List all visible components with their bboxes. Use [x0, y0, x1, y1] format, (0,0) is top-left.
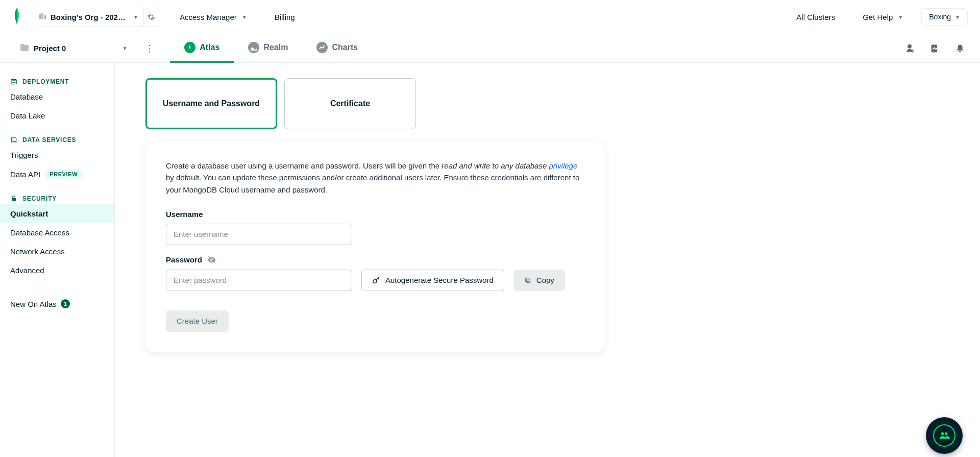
- sidebar-item-network-access[interactable]: Network Access: [0, 242, 114, 261]
- autogenerate-password-button[interactable]: Autogenerate Secure Password: [361, 270, 504, 291]
- sidebar-item-data-api[interactable]: Data API PREVIEW: [0, 164, 114, 184]
- sidebar-item-triggers[interactable]: Triggers: [0, 146, 114, 164]
- copy-icon: [524, 277, 531, 284]
- support-fab[interactable]: [926, 417, 963, 454]
- privilege-link[interactable]: privilege: [549, 161, 577, 170]
- caret-down-icon: ▼: [242, 14, 247, 20]
- org-name: Boxing's Org - 2022-…: [51, 13, 129, 21]
- project-selector[interactable]: Project 0 ▼: [20, 44, 136, 53]
- get-help-menu[interactable]: Get Help ▼: [853, 7, 912, 27]
- tab-atlas[interactable]: Atlas: [170, 34, 234, 63]
- tab-realm[interactable]: Realm: [234, 34, 302, 63]
- svg-rect-0: [39, 14, 41, 19]
- all-clusters-link[interactable]: All Clusters: [787, 7, 844, 27]
- atlas-icon: [184, 42, 195, 53]
- sidebar-item-advanced[interactable]: Advanced: [0, 261, 114, 280]
- project-actions-menu[interactable]: ⋮: [142, 43, 157, 54]
- panel-description: Create a database user using a username …: [166, 160, 584, 196]
- password-label: Password: [166, 255, 584, 264]
- org-settings-button[interactable]: [141, 7, 161, 27]
- user-menu[interactable]: Boxing ▼: [921, 8, 968, 26]
- svg-rect-5: [11, 138, 16, 141]
- support-icon: [933, 424, 955, 447]
- lock-icon: [10, 195, 17, 202]
- svg-rect-1: [41, 13, 43, 19]
- folder-icon: [20, 44, 29, 53]
- caret-down-icon: ▼: [898, 14, 903, 20]
- key-icon: [372, 276, 380, 284]
- svg-point-4: [11, 79, 17, 81]
- billing-link[interactable]: Billing: [265, 7, 304, 27]
- deployment-icon: [10, 78, 17, 85]
- invite-user-icon[interactable]: [904, 43, 915, 54]
- sidebar-section-security: SECURITY: [0, 195, 114, 202]
- access-manager-menu[interactable]: Access Manager ▼: [170, 7, 256, 27]
- mongodb-leaf-logo[interactable]: [12, 7, 33, 27]
- sidebar-item-database-access[interactable]: Database Access: [0, 223, 114, 242]
- sidebar-item-quickstart[interactable]: Quickstart: [0, 204, 114, 223]
- sidebar-section-deployment: DEPLOYMENT: [0, 78, 114, 85]
- org-selector[interactable]: Boxing's Org - 2022-… ▼: [33, 7, 144, 27]
- svg-rect-10: [525, 278, 529, 281]
- svg-rect-6: [12, 198, 16, 201]
- eye-off-icon[interactable]: [207, 255, 216, 264]
- create-user-panel: Create a database user using a username …: [145, 141, 605, 352]
- tab-charts[interactable]: Charts: [302, 34, 372, 63]
- svg-rect-9: [526, 279, 530, 282]
- password-input[interactable]: [166, 270, 352, 291]
- copy-password-button[interactable]: Copy: [513, 270, 565, 291]
- svg-rect-2: [44, 15, 46, 19]
- activity-feed-icon[interactable]: [930, 43, 940, 54]
- realm-icon: [248, 42, 259, 53]
- sidebar-item-data-lake[interactable]: Data Lake: [0, 106, 114, 125]
- sidebar-item-database[interactable]: Database: [0, 87, 114, 106]
- bell-icon[interactable]: [955, 43, 965, 54]
- svg-point-8: [373, 279, 377, 283]
- new-count-badge: 1: [61, 299, 70, 308]
- sidebar-section-data-services: DATA SERVICES: [0, 136, 114, 143]
- preview-badge: PREVIEW: [45, 170, 82, 179]
- sidebar-item-new-on-atlas[interactable]: New On Atlas 1: [0, 294, 114, 314]
- username-label: Username: [166, 210, 584, 219]
- auth-option-username-password[interactable]: Username and Password: [145, 78, 277, 129]
- username-input[interactable]: [166, 224, 352, 245]
- caret-down-icon: ▼: [133, 14, 138, 20]
- caret-down-icon: ▼: [955, 14, 960, 20]
- create-user-button[interactable]: Create User: [166, 310, 229, 332]
- caret-down-icon: ▼: [122, 45, 127, 51]
- project-name: Project 0: [34, 44, 66, 53]
- laptop-icon: [10, 136, 17, 143]
- auth-option-certificate[interactable]: Certificate: [284, 78, 416, 129]
- charts-icon: [316, 42, 328, 53]
- org-icon: [38, 12, 46, 22]
- gear-icon: [147, 13, 155, 21]
